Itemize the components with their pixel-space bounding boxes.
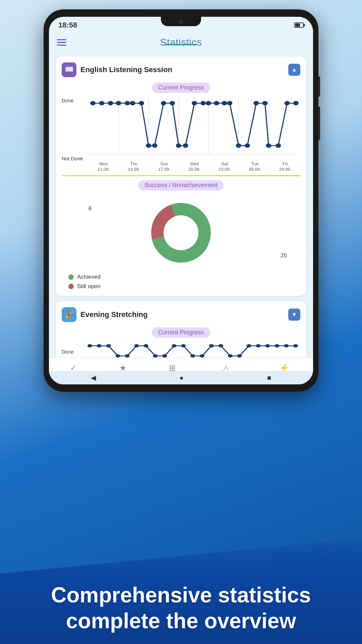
card1-icon: 📖 bbox=[62, 62, 76, 77]
legend-dot-achieved bbox=[68, 274, 74, 280]
svg-point-43 bbox=[143, 344, 148, 347]
chart-x-axis: Mon 11.09. Thu 14.09. Sun 17.09. bbox=[88, 161, 300, 171]
x-label-0: Mon 11.09. bbox=[98, 161, 110, 171]
card1-title-area: 📖 English Listening Session bbox=[62, 62, 172, 77]
svg-point-36 bbox=[164, 215, 198, 250]
legend-dot-open bbox=[68, 284, 74, 289]
svg-point-58 bbox=[284, 344, 289, 347]
svg-point-27 bbox=[245, 143, 250, 148]
card1-progress-label: Current Progress bbox=[152, 83, 210, 93]
svg-point-11 bbox=[125, 101, 130, 105]
donut-chart-container: 6 20 bbox=[62, 196, 300, 270]
evening-stretching-card: 🎉 Evening Stretching ▼ Current Progress … bbox=[56, 301, 306, 358]
phone-shell: 18:58 Statistics 📖 English List bbox=[44, 9, 318, 392]
app-header: Statistics bbox=[49, 32, 313, 53]
phone-screen: 18:58 Statistics 📖 English List bbox=[49, 17, 313, 384]
svg-point-45 bbox=[162, 354, 167, 358]
english-listening-card: 📖 English Listening Session ▲ Current Pr… bbox=[56, 56, 306, 296]
svg-point-20 bbox=[192, 101, 197, 105]
x-label-2: Sun 17.09. bbox=[158, 161, 170, 171]
svg-point-59 bbox=[293, 344, 298, 347]
svg-point-42 bbox=[134, 344, 139, 347]
yellow-divider bbox=[62, 175, 300, 176]
phone-button-2 bbox=[318, 107, 320, 140]
svg-point-51 bbox=[219, 344, 223, 347]
svg-point-19 bbox=[183, 143, 188, 148]
card2-chart-area bbox=[85, 342, 300, 358]
svg-point-25 bbox=[227, 101, 232, 105]
svg-point-31 bbox=[276, 143, 281, 148]
phone-button-1 bbox=[318, 76, 320, 97]
svg-point-8 bbox=[99, 101, 105, 105]
svg-point-13 bbox=[139, 101, 144, 105]
x-label-4: Sat 23.09. bbox=[219, 161, 231, 171]
card2-icon: 🎉 bbox=[62, 307, 76, 322]
svg-point-23 bbox=[214, 101, 219, 105]
svg-point-22 bbox=[206, 101, 211, 105]
svg-point-32 bbox=[285, 101, 290, 105]
svg-point-33 bbox=[293, 101, 299, 105]
svg-point-24 bbox=[222, 101, 227, 105]
progress-line-chart: Done Not Done bbox=[62, 98, 300, 171]
svg-point-53 bbox=[237, 354, 242, 358]
svg-point-44 bbox=[153, 354, 158, 358]
svg-point-37 bbox=[87, 344, 92, 347]
success-label: Success / Nonachievement bbox=[138, 180, 224, 191]
donut-chart-svg bbox=[147, 199, 215, 266]
card2-y-done: Done bbox=[62, 349, 74, 358]
y-label-done: Done bbox=[62, 98, 83, 103]
system-nav: ◀ ● ■ bbox=[49, 371, 313, 384]
home-button[interactable]: ● bbox=[179, 374, 183, 382]
svg-point-49 bbox=[200, 354, 204, 358]
page-title: Statistics bbox=[160, 37, 202, 48]
donut-legend: Achieved Still open bbox=[62, 274, 300, 290]
svg-point-39 bbox=[106, 344, 111, 347]
title-underline bbox=[164, 44, 198, 45]
svg-point-15 bbox=[152, 143, 158, 148]
svg-point-26 bbox=[236, 143, 241, 148]
recent-button[interactable]: ■ bbox=[267, 374, 271, 382]
svg-point-54 bbox=[247, 344, 251, 347]
svg-point-57 bbox=[275, 344, 279, 347]
card1-header: 📖 English Listening Session ▲ bbox=[62, 62, 300, 77]
svg-point-46 bbox=[172, 344, 176, 347]
svg-point-30 bbox=[266, 143, 271, 148]
svg-point-29 bbox=[262, 101, 268, 105]
card1-collapse-button[interactable]: ▲ bbox=[288, 64, 300, 76]
svg-point-16 bbox=[161, 101, 166, 105]
line-chart-svg bbox=[88, 98, 300, 171]
svg-point-28 bbox=[253, 101, 259, 105]
hamburger-menu[interactable] bbox=[57, 39, 66, 46]
card2-title-area: 🎉 Evening Stretching bbox=[62, 307, 147, 322]
y-label-not-done: Not Done bbox=[62, 156, 83, 161]
x-label-5: Tue 26.09. bbox=[249, 161, 261, 171]
card2-chart-partial: Done bbox=[62, 342, 300, 358]
battery-icon bbox=[294, 22, 304, 28]
x-label-6: Fri 29.09. bbox=[279, 161, 291, 171]
notch bbox=[161, 17, 201, 26]
back-button[interactable]: ◀ bbox=[91, 374, 96, 382]
legend-achieved: Achieved bbox=[68, 274, 300, 280]
svg-point-48 bbox=[190, 354, 195, 358]
legend-label-open: Still open bbox=[77, 283, 101, 290]
card2-progress-label: Current Progress bbox=[152, 327, 210, 338]
svg-point-50 bbox=[209, 344, 214, 347]
donut-value-6: 6 bbox=[88, 205, 92, 212]
svg-point-41 bbox=[125, 354, 130, 358]
scroll-content: 📖 English Listening Session ▲ Current Pr… bbox=[49, 53, 313, 358]
x-label-3: Wed 20.09. bbox=[188, 161, 200, 171]
legend-label-achieved: Achieved bbox=[77, 274, 101, 280]
svg-point-12 bbox=[130, 101, 135, 105]
svg-point-18 bbox=[176, 143, 181, 148]
svg-point-7 bbox=[90, 101, 96, 105]
svg-point-17 bbox=[170, 101, 175, 105]
chart-plot-area: Mon 11.09. Thu 14.09. Sun 17.09. bbox=[88, 98, 300, 171]
status-time: 18:58 bbox=[58, 21, 77, 30]
svg-point-56 bbox=[265, 344, 270, 347]
svg-point-52 bbox=[228, 354, 233, 358]
card2-expand-button[interactable]: ▼ bbox=[288, 309, 300, 321]
svg-point-21 bbox=[200, 101, 206, 105]
donut-value-20: 20 bbox=[281, 252, 287, 259]
card2-header: 🎉 Evening Stretching ▼ bbox=[62, 307, 300, 322]
x-label-1: Thu 14.09. bbox=[128, 161, 140, 171]
